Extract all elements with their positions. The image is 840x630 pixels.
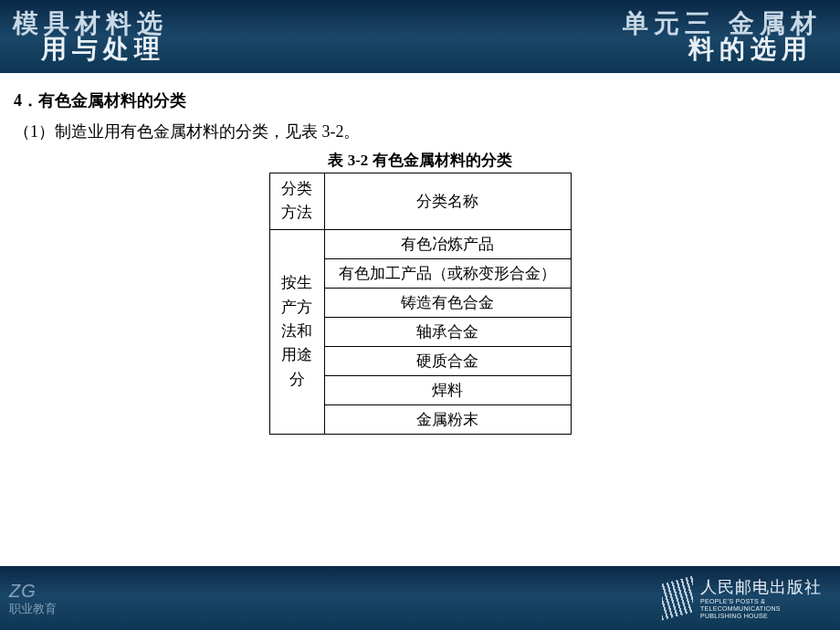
footer-zg: ZG	[9, 580, 57, 602]
slide-header: 模具材料选 用与处理 单元三 金属材 料的选用	[0, 0, 840, 73]
section-heading: 4．有色金属材料的分类	[14, 89, 826, 111]
group-by-production: 按生 产方 法和 用途 分	[269, 229, 324, 434]
header-title-right: 单元三 金属材 料的选用	[623, 8, 822, 64]
header-left-line2: 用与处理	[41, 34, 168, 65]
publisher-en2: TELECOMMUNICATIONS	[700, 605, 822, 613]
publisher-logo-icon	[662, 580, 693, 616]
publisher-en3: PUBLISHING HOUSE	[700, 613, 822, 620]
publisher-cn: 人民邮电出版社	[700, 576, 822, 598]
subsection-text: （1）制造业用有色金属材料的分类，见表 3-2。	[14, 121, 826, 142]
header-title-left: 模具材料选 用与处理	[18, 8, 168, 64]
header-name: 分类名称	[324, 173, 571, 230]
slide-footer: ZG 职业教育 人民邮电出版社 PEOPLE'S POSTS & TELECOM…	[0, 566, 840, 630]
classification-table: 分类 方法 分类名称 按生 产方 法和 用途 分 有色冶炼产品 有色加工产品（或…	[269, 173, 572, 435]
cell-value: 轴承合金	[324, 317, 571, 346]
footer-edu: 职业教育	[9, 602, 57, 616]
cell-value: 焊料	[324, 375, 571, 404]
footer-left-mark: ZG 职业教育	[9, 580, 57, 616]
footer-publisher: 人民邮电出版社 PEOPLE'S POSTS & TELECOMMUNICATI…	[662, 576, 822, 619]
publisher-en1: PEOPLE'S POSTS &	[700, 598, 822, 605]
table-row: 按生 产方 法和 用途 分 有色冶炼产品	[269, 229, 571, 258]
cell-value: 有色冶炼产品	[324, 229, 571, 258]
group-by-production-text: 按生 产方 法和 用途 分	[276, 271, 319, 392]
cell-value: 金属粉末	[324, 404, 571, 434]
publisher-text: 人民邮电出版社 PEOPLE'S POSTS & TELECOMMUNICATI…	[700, 576, 822, 619]
header-method: 分类 方法	[269, 173, 324, 230]
table-header-row: 分类 方法 分类名称	[269, 173, 571, 230]
table-wrapper: 分类 方法 分类名称 按生 产方 法和 用途 分 有色冶炼产品 有色加工产品（或…	[14, 173, 826, 435]
cell-value: 硬质合金	[324, 346, 571, 375]
table-caption: 表 3-2 有色金属材料的分类	[14, 150, 826, 171]
header-method-text: 分类 方法	[276, 177, 319, 226]
cell-value: 铸造有色合金	[324, 288, 571, 317]
slide-content: 4．有色金属材料的分类 （1）制造业用有色金属材料的分类，见表 3-2。 表 3…	[0, 73, 840, 435]
cell-value: 有色加工产品（或称变形合金）	[324, 258, 571, 288]
